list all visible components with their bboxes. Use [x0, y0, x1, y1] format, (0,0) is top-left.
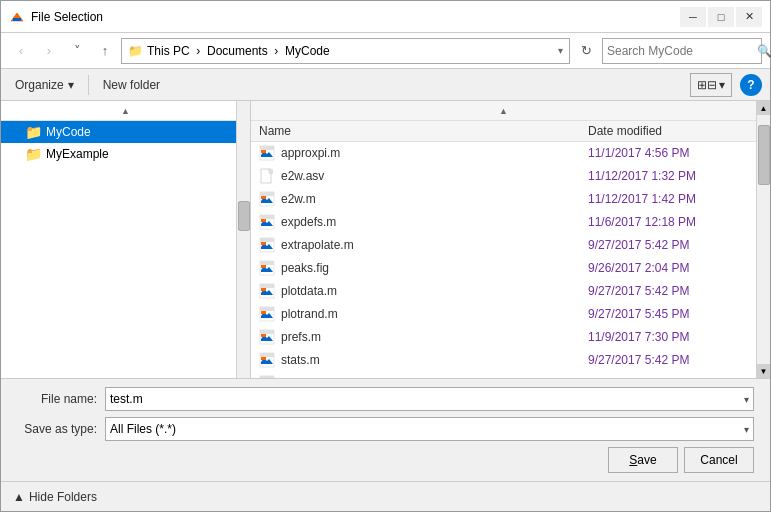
title-bar-controls: ─ □ ✕: [680, 7, 762, 27]
file-date: 11/6/2017 11:58 AM: [588, 376, 748, 378]
file-row[interactable]: expdefs.m11/6/2017 12:18 PM: [251, 211, 756, 234]
file-list-header: Name Date modified: [251, 121, 756, 142]
file-date: 9/27/2017 5:45 PM: [588, 307, 748, 321]
svg-rect-30: [260, 307, 274, 311]
scroll-track: [757, 115, 770, 364]
file-name: peaks.fig: [281, 261, 588, 275]
search-input[interactable]: [607, 44, 757, 58]
maximize-button[interactable]: □: [708, 7, 734, 27]
new-folder-button[interactable]: New folder: [97, 76, 166, 94]
file-date: 9/27/2017 5:42 PM: [588, 238, 748, 252]
view-dropdown-icon: ▾: [719, 78, 725, 92]
svg-rect-26: [260, 284, 274, 288]
right-scroll-thumb[interactable]: [758, 125, 770, 185]
tree-item-label: MyCode: [46, 125, 91, 139]
col-name-label: Name: [259, 124, 291, 138]
title-bar: File Selection ─ □ ✕: [1, 1, 770, 33]
organize-label: Organize: [15, 78, 64, 92]
savetype-row: Save as type: All Files (*.*) ▾: [17, 417, 754, 441]
col-name-header[interactable]: Name: [259, 124, 588, 138]
right-scrollbar[interactable]: ▲ ▼: [756, 101, 770, 378]
file-row[interactable]: extrapolate.m9/27/2017 5:42 PM: [251, 234, 756, 257]
left-scrollbar[interactable]: [236, 101, 250, 378]
toolbar-separator: [88, 75, 89, 95]
file-icon: [259, 145, 275, 161]
back-button[interactable]: ‹: [9, 39, 33, 63]
right-sort-arrow: ▲: [499, 106, 508, 116]
address-path[interactable]: 📁 This PC › Documents › MyCode ▾: [121, 38, 570, 64]
svg-rect-34: [260, 330, 274, 334]
hide-folders-icon: ▲: [13, 490, 25, 504]
tree-item-myexample[interactable]: 📁 MyExample: [1, 143, 250, 165]
forward-button[interactable]: ›: [37, 39, 61, 63]
file-row[interactable]: prefs.m11/9/2017 7:30 PM: [251, 326, 756, 349]
filename-label: File name:: [17, 392, 97, 406]
hide-folders-label: Hide Folders: [29, 490, 97, 504]
svg-rect-18: [260, 238, 274, 242]
file-icon: [259, 329, 275, 345]
file-row[interactable]: plotrand.m9/27/2017 5:45 PM: [251, 303, 756, 326]
file-row[interactable]: plotdata.m9/27/2017 5:42 PM: [251, 280, 756, 303]
hide-folders-button[interactable]: ▲ Hide Folders: [13, 490, 97, 504]
svg-rect-40: [261, 357, 266, 360]
file-icon: [259, 214, 275, 230]
up-button[interactable]: ↑: [93, 39, 117, 63]
file-icon: [259, 375, 275, 378]
search-icon: 🔍: [757, 44, 771, 58]
filename-input[interactable]: [110, 392, 744, 406]
file-row[interactable]: peaks.fig9/26/2017 2:04 PM: [251, 257, 756, 280]
file-row[interactable]: approxpi.m11/1/2017 4:56 PM: [251, 142, 756, 165]
file-date: 11/1/2017 4:56 PM: [588, 146, 748, 160]
svg-rect-38: [260, 353, 274, 357]
file-row[interactable]: e2w.asv11/12/2017 1:32 PM: [251, 165, 756, 188]
file-icon: [259, 283, 275, 299]
file-date: 11/9/2017 7:30 PM: [588, 330, 748, 344]
svg-rect-36: [261, 334, 266, 337]
svg-rect-3: [260, 146, 274, 150]
savetype-dropdown-icon: ▾: [744, 424, 749, 435]
file-name: e2w.m: [281, 192, 588, 206]
scroll-up-button[interactable]: ▲: [757, 101, 770, 115]
file-name: plotdata.m: [281, 284, 588, 298]
file-row[interactable]: summean.m11/6/2017 11:58 AM: [251, 372, 756, 378]
view-button[interactable]: ⊞⊟ ▾: [690, 73, 732, 97]
refresh-button[interactable]: ↻: [574, 39, 598, 63]
svg-rect-32: [261, 311, 266, 314]
file-name: summean.m: [281, 376, 588, 378]
cancel-button[interactable]: Cancel: [684, 447, 754, 473]
savetype-label: Save as type:: [17, 422, 97, 436]
file-icon: [259, 168, 275, 184]
new-folder-label: New folder: [103, 78, 160, 92]
dropdown-button[interactable]: ˅: [65, 39, 89, 63]
svg-rect-22: [260, 261, 274, 265]
file-icon: [259, 191, 275, 207]
file-date: 11/12/2017 1:32 PM: [588, 169, 748, 183]
path-text: This PC › Documents › MyCode: [147, 44, 330, 58]
folder-icon: 📁: [128, 44, 143, 58]
dialog-title: File Selection: [31, 10, 680, 24]
file-name: plotrand.m: [281, 307, 588, 321]
col-date-header[interactable]: Date modified: [588, 124, 748, 138]
close-button[interactable]: ✕: [736, 7, 762, 27]
help-button[interactable]: ?: [740, 74, 762, 96]
file-row[interactable]: stats.m9/27/2017 5:42 PM: [251, 349, 756, 372]
path-dropdown-icon: ▾: [558, 45, 563, 56]
svg-rect-12: [261, 196, 266, 199]
tree-item-mycode[interactable]: 📁 MyCode: [1, 121, 250, 143]
footer: ▲ Hide Folders: [1, 481, 770, 511]
view-icon: ⊞⊟: [697, 78, 717, 92]
savetype-select[interactable]: All Files (*.*) ▾: [105, 417, 754, 441]
minimize-button[interactable]: ─: [680, 7, 706, 27]
left-sort-arrow: ▲: [121, 106, 130, 116]
address-bar: ‹ › ˅ ↑ 📁 This PC › Documents › MyCode ▾…: [1, 33, 770, 69]
svg-rect-1: [13, 18, 21, 21]
organize-button[interactable]: Organize ▾: [9, 76, 80, 94]
svg-rect-28: [261, 288, 266, 291]
svg-rect-10: [260, 192, 274, 196]
left-scroll-thumb[interactable]: [238, 201, 250, 231]
save-button[interactable]: Save: [608, 447, 678, 473]
file-row[interactable]: e2w.m11/12/2017 1:42 PM: [251, 188, 756, 211]
svg-rect-20: [261, 242, 266, 245]
scroll-down-button[interactable]: ▼: [757, 364, 770, 378]
file-name: approxpi.m: [281, 146, 588, 160]
